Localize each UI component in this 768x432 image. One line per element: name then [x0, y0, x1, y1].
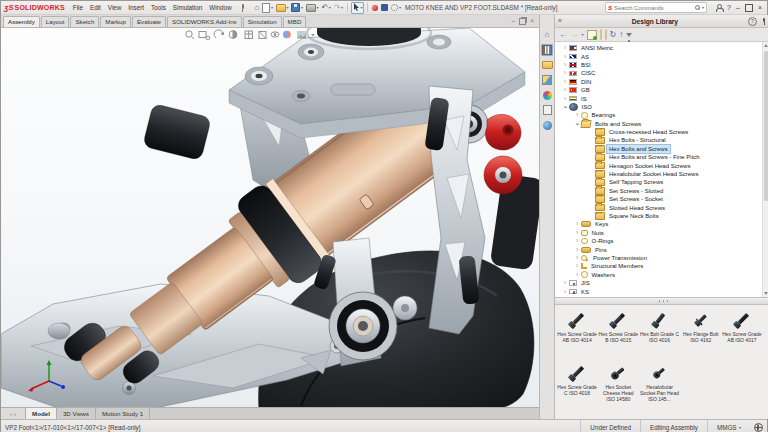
tree-item-square-neck-bolts[interactable]: Square Neck Bolts: [555, 212, 768, 220]
scroll-down-icon[interactable]: [764, 292, 768, 295]
tree-item-ks[interactable]: ›KS: [555, 287, 768, 295]
tree-item-bearings[interactable]: ›Bearings: [555, 111, 768, 119]
chevron-right-icon[interactable]: ›: [562, 86, 568, 94]
menu-window[interactable]: Window: [206, 2, 234, 14]
tree-item-self-tapping-screws[interactable]: Self Tapping Screws: [555, 178, 768, 186]
chevron-right-icon[interactable]: ›: [562, 279, 568, 287]
scroll-thumb[interactable]: [764, 51, 768, 201]
tab-motion-study-1[interactable]: Motion Study 1: [96, 408, 150, 419]
tree-item-set-screws-slotted[interactable]: Set Screws - Slotted: [555, 187, 768, 195]
chevron-right-icon[interactable]: ›: [562, 78, 568, 86]
tab-layout[interactable]: Layout: [41, 16, 70, 27]
scroll-up-icon[interactable]: [764, 44, 768, 47]
tree-item-slotted-head-screws[interactable]: Slotted Head Screws: [555, 203, 768, 211]
menu-view[interactable]: View: [105, 2, 125, 14]
part-hex-flange-bolt-iso-4162[interactable]: Hex Flange Bolt ISO 4162: [681, 307, 721, 360]
tab-sketch[interactable]: Sketch: [70, 16, 99, 27]
options-button[interactable]: ▾: [390, 2, 402, 13]
window-minimize-button[interactable]: –: [736, 3, 740, 13]
refresh-button[interactable]: ↻: [610, 29, 617, 40]
panel-pin-icon[interactable]: [760, 18, 767, 25]
tab-scroll-control[interactable]: ‹›: [1, 408, 26, 419]
chevron-right-icon[interactable]: ›: [562, 95, 568, 103]
scroll-right-icon[interactable]: ›: [14, 411, 16, 417]
undo-button[interactable]: ↶▾: [321, 2, 332, 13]
tree-item-bsi[interactable]: ›BSI: [555, 61, 768, 69]
part-hex-screw-grade-b-iso-4015[interactable]: Hex Screw Grade B ISO 4015: [598, 307, 638, 360]
tree-item-hex-bolts-and-screws-fine-pitch[interactable]: Hex Bolts and Screws - Fine Pitch: [555, 153, 768, 161]
chevron-right-icon[interactable]: ›: [574, 271, 580, 279]
tab-evaluate[interactable]: Evaluate: [132, 16, 166, 27]
tree-item-o-rings[interactable]: ›O-Rings: [555, 237, 768, 245]
tree-item-hex-bolts-structural[interactable]: Hex Bolts - Structural: [555, 136, 768, 144]
menu-pin-icon[interactable]: [239, 4, 246, 11]
doc-restore-button[interactable]: [519, 18, 526, 25]
new-document-button[interactable]: ▾: [261, 2, 274, 13]
chevron-right-icon[interactable]: ›: [574, 229, 580, 237]
tree-item-keys[interactable]: ›Keys: [555, 220, 768, 228]
up-one-level-button[interactable]: ↑: [619, 29, 623, 40]
graphics-viewport[interactable]: [1, 28, 539, 407]
part-hex-screw-grade-ab-iso-4014[interactable]: Hex Screw Grade AB ISO 4014: [557, 307, 597, 360]
tab-model[interactable]: Model: [26, 408, 57, 419]
doc-minimize-button[interactable]: –: [512, 17, 516, 25]
tab-3d-views[interactable]: 3D Views: [57, 408, 96, 419]
menu-tools[interactable]: Tools: [148, 2, 169, 14]
tree-item-cross-recessed-head-screws[interactable]: Cross-recessed Head Screws: [555, 128, 768, 136]
chevron-right-icon[interactable]: ›: [574, 111, 580, 119]
print-button[interactable]: ▾: [305, 2, 320, 13]
open-button[interactable]: ▾: [275, 2, 290, 13]
tree-item-hexagon-socket-head-screws[interactable]: Hexagon Socket Head Screws: [555, 161, 768, 169]
tree-item-iso[interactable]: ›ISO: [555, 103, 768, 111]
filter-icon[interactable]: [626, 33, 632, 37]
tree-item-gb[interactable]: ›GB: [555, 86, 768, 94]
tree-item-structural-members[interactable]: ›Structural Members: [555, 262, 768, 270]
tab-solidworks-add-ins[interactable]: SOLIDWORKS Add-Ins: [167, 16, 242, 27]
heads-up-view-toolbar[interactable]: [183, 29, 315, 41]
tree-item-bolts-and-screws[interactable]: ›Bolts and Screws: [555, 120, 768, 128]
tab-simulation[interactable]: Simulation: [243, 16, 282, 27]
tab-appearances-scenes[interactable]: [541, 89, 553, 101]
chevron-right-icon[interactable]: ›: [574, 220, 580, 228]
tree-item-washers[interactable]: ›Washers: [555, 271, 768, 279]
window-restore-button[interactable]: [745, 4, 753, 12]
part-hex-screw-grade-c-iso-4018[interactable]: Hex Screw Grade C ISO 4018: [557, 360, 597, 413]
social-button[interactable]: [380, 2, 389, 13]
history-caret-icon[interactable]: ▾: [582, 32, 584, 37]
select-tool-button[interactable]: ▾: [351, 2, 365, 14]
tree-item-din[interactable]: ›DIN: [555, 78, 768, 86]
tab-view-palette[interactable]: [541, 74, 553, 86]
doc-close-button[interactable]: ×: [530, 17, 534, 25]
panel-help-icon[interactable]: ?: [748, 17, 757, 26]
record-button[interactable]: [371, 2, 379, 13]
part-hex-socket-cheese-head-iso-14580[interactable]: Hex Socket Cheese Head ISO 14580: [598, 360, 638, 413]
tree-item-as[interactable]: ›AS: [555, 52, 768, 60]
panel-collapse-button[interactable]: «: [558, 15, 562, 27]
tab-solidworks-resources[interactable]: ⌂: [541, 29, 553, 41]
tab-mbd[interactable]: MBD: [283, 16, 307, 27]
tab-solidworks-forum[interactable]: [541, 119, 553, 131]
panel-splitter-handle[interactable]: [555, 298, 768, 305]
tree-item-ansi-metric[interactable]: ›ANSI Metric: [555, 44, 768, 52]
tab-file-explorer[interactable]: [541, 59, 553, 71]
tree-item-power-transmission[interactable]: ›Power Transmission: [555, 254, 768, 262]
save-button[interactable]: ▾: [290, 2, 304, 13]
tab-custom-properties[interactable]: [541, 104, 553, 116]
chevron-down-icon[interactable]: ›: [561, 104, 569, 110]
chevron-right-icon[interactable]: ›: [574, 237, 580, 245]
tab-assembly[interactable]: Assembly: [3, 16, 40, 27]
tree-item-set-screws-socket[interactable]: Set Screws - Socket: [555, 195, 768, 203]
chevron-right-icon[interactable]: ›: [562, 69, 568, 77]
tree-item-pins[interactable]: ›Pins: [555, 245, 768, 253]
login-user-icon[interactable]: [715, 4, 722, 11]
status-units-selector[interactable]: MMGS▾: [707, 420, 750, 432]
add-to-library-button[interactable]: [587, 30, 597, 40]
tree-scrollbar[interactable]: [762, 42, 768, 297]
tree-item-is[interactable]: ›IS: [555, 94, 768, 102]
scroll-left-icon[interactable]: ‹: [10, 411, 12, 417]
back-button[interactable]: ←: [559, 29, 567, 40]
chevron-right-icon[interactable]: ›: [574, 254, 580, 262]
part-hex-bolt-grade-c-iso-4016[interactable]: Hex Bolt Grade C ISO 4016: [639, 307, 679, 360]
tab-markup[interactable]: Markup: [100, 16, 131, 27]
tree-item-hexalobular-socket-head-screws[interactable]: Hexalobular Socket Head Screws: [555, 170, 768, 178]
